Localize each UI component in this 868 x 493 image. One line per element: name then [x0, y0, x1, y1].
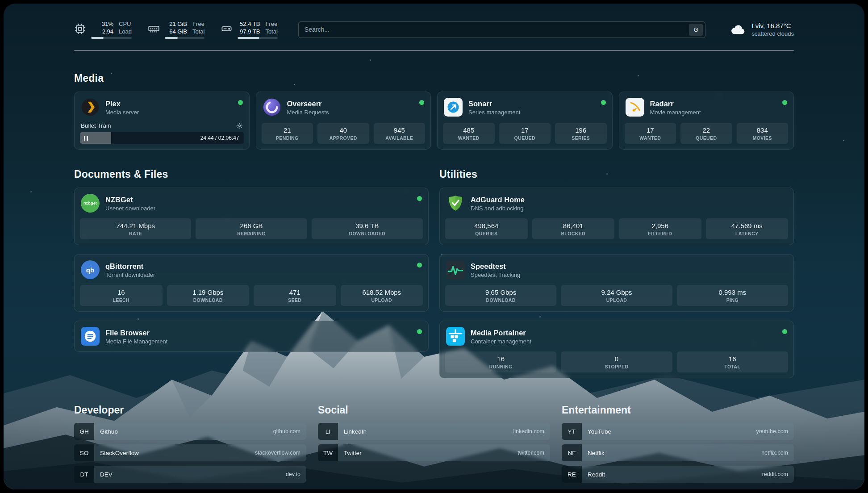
stat-value: 945: [376, 126, 424, 134]
stat: 945AVAILABLE: [374, 123, 426, 144]
section-title-media: Media: [74, 72, 794, 84]
stat: 40APPROVED: [317, 123, 369, 144]
app-desc: DNS and adblocking: [471, 205, 525, 212]
service-card-overseerr[interactable]: Overseerr Media Requests 21PENDING 40APP…: [256, 92, 431, 150]
app-name: Overseerr: [287, 99, 329, 109]
disk-total-label: Total: [265, 28, 277, 35]
bookmark-reddit[interactable]: RE Redditreddit.com: [562, 466, 794, 483]
bookmark-name: Reddit: [588, 471, 605, 478]
playback-progress-bar[interactable]: 24:44 / 02:06:47: [80, 132, 244, 144]
stat-label: LEECH: [82, 297, 161, 303]
bookmark-twitter[interactable]: TW Twittertwitter.com: [318, 444, 550, 461]
stat: 17QUEUED: [499, 123, 551, 144]
stat-label: AVAILABLE: [376, 135, 424, 141]
stat-label: STOPPED: [563, 364, 670, 369]
bookmark-linkedin[interactable]: LI LinkedInlinkedin.com: [318, 423, 550, 440]
ram-total-label: Total: [192, 28, 204, 35]
search-engine-button[interactable]: G: [689, 24, 703, 36]
app-desc: Media File Management: [105, 338, 167, 345]
service-card-speedtest[interactable]: Speedtest Speedtest Tracking 9.65 GbpsDO…: [439, 254, 794, 312]
bookmark-github[interactable]: GH Githubgithub.com: [74, 423, 306, 440]
stat-value: 40: [319, 126, 367, 134]
disk-icon: [221, 23, 233, 35]
stat-label: DOWNLOAD: [447, 297, 555, 303]
stat-value: 39.6 TB: [313, 222, 421, 230]
gear-icon[interactable]: [236, 122, 243, 129]
stat: 16LEECH: [80, 285, 163, 306]
stat-value: 834: [739, 126, 787, 134]
portainer-icon: [446, 327, 465, 346]
service-card-plex[interactable]: Plex Media server Bullet Train: [74, 92, 250, 150]
stat-value: 9.24 Gbps: [563, 288, 670, 296]
service-card-qbittorrent[interactable]: qb qBittorrent Torrent downloader 16LEEC…: [74, 254, 429, 312]
stat: 86,401BLOCKED: [532, 218, 615, 239]
stat: 21PENDING: [262, 123, 313, 144]
section-title-entertainment: Entertainment: [562, 404, 794, 416]
service-card-radarr[interactable]: Radarr Movie management 17WANTED 22QUEUE…: [619, 92, 794, 150]
app-name: qBittorrent: [105, 262, 155, 271]
service-card-portainer[interactable]: Media Portainer Container management 16R…: [439, 321, 794, 378]
bookmark-name: DEV: [100, 471, 113, 478]
status-dot: [417, 196, 422, 201]
stat: 485WANTED: [443, 123, 495, 144]
app-name: Media Portainer: [471, 328, 531, 338]
app-desc: Series management: [468, 109, 520, 116]
service-card-nzbget[interactable]: nzbget NZBGet Usenet downloader 744.21 M…: [74, 188, 429, 245]
stat-label: MOVIES: [739, 135, 787, 141]
now-playing-widget: Bullet Train 24:44 / 02:06:47: [75, 122, 249, 149]
bookmark-group-social: Social LI LinkedInlinkedin.com TW Twitte…: [318, 404, 550, 483]
sonarr-icon: [444, 98, 463, 117]
cpu-icon: [74, 23, 86, 35]
bookmark-youtube[interactable]: YT YouTubeyoutube.com: [562, 423, 794, 440]
weather-condition: scattered clouds: [751, 30, 794, 38]
bookmark-abbr: DT: [74, 466, 94, 483]
app-name: Plex: [105, 99, 139, 109]
bookmark-name: StackOverflow: [100, 450, 139, 456]
bookmark-url: linkedin.com: [513, 428, 544, 435]
overseerr-icon: [263, 98, 281, 117]
stat-value: 21: [263, 126, 312, 134]
stat-value: 266 GB: [197, 222, 305, 230]
stat-label: TOTAL: [679, 364, 786, 369]
bookmark-abbr: RE: [562, 466, 582, 483]
speedtest-icon: [446, 260, 465, 279]
stat-value: 471: [255, 288, 334, 296]
stat-label: QUEUED: [501, 135, 549, 141]
bookmark-name: Twitter: [344, 450, 362, 456]
service-card-sonarr[interactable]: Sonarr Series management 485WANTED 17QUE…: [437, 92, 613, 150]
section-title-utilities: Utilities: [439, 168, 794, 180]
header-divider: [74, 50, 794, 51]
nzbget-icon: nzbget: [81, 194, 100, 213]
service-card-filebrowser[interactable]: File Browser Media File Management: [74, 321, 429, 352]
service-card-adguard[interactable]: AdGuard Home DNS and adblocking 498,564Q…: [439, 188, 794, 245]
stat-label: WANTED: [445, 135, 493, 141]
bookmark-netflix[interactable]: NF Netflixnetflix.com: [562, 444, 794, 461]
stat-label: DOWNLOADED: [313, 231, 421, 236]
app-desc: Media server: [105, 109, 139, 116]
bookmark-url: reddit.com: [762, 471, 788, 477]
stat-value: 17: [626, 126, 675, 134]
search-bar[interactable]: G: [298, 21, 705, 38]
section-utilities: Utilities AdGuard Home DNS and adblockin…: [439, 168, 794, 378]
stat: 39.6 TBDOWNLOADED: [312, 218, 423, 239]
stat: 17WANTED: [625, 123, 676, 144]
stat: 0STOPPED: [561, 351, 672, 372]
search-input[interactable]: [305, 26, 689, 33]
disk-progress-bar: [238, 37, 277, 39]
app-desc: Media Requests: [287, 109, 329, 116]
memory-icon: [148, 23, 160, 35]
stat-label: QUERIES: [447, 231, 526, 236]
weather-widget: Lviv, 16.87°C scattered clouds: [730, 21, 794, 38]
stat: 47.569 msLATENCY: [706, 218, 789, 239]
disk-total-value: 97.9 TB: [238, 28, 260, 35]
bookmark-url: dev.to: [286, 471, 300, 477]
pause-icon[interactable]: [84, 136, 88, 141]
cpu-load-value: 2.94: [91, 28, 113, 35]
bookmark-abbr: LI: [318, 423, 338, 440]
bookmark-dev[interactable]: DT DEVdev.to: [74, 466, 306, 483]
memory-widget: 21 GiBFree 64 GiBTotal: [148, 20, 204, 39]
stat-value: 17: [501, 126, 549, 134]
bookmark-stackoverflow[interactable]: SO StackOverflowstackoverflow.com: [74, 444, 306, 461]
app-desc: Usenet downloader: [105, 205, 155, 212]
section-title-developer: Developer: [74, 404, 306, 416]
